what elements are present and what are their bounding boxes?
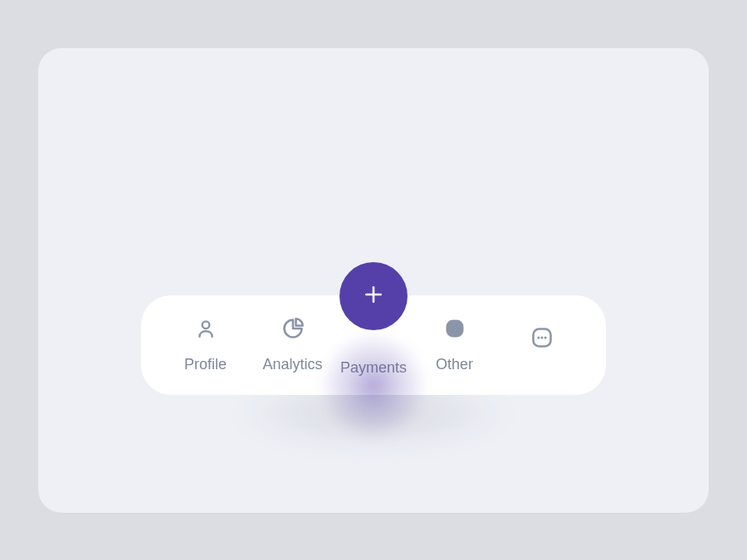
- svg-point-2: [202, 321, 209, 329]
- tab-label: Analytics: [262, 356, 322, 373]
- svg-rect-3: [446, 320, 463, 338]
- pie-chart-icon: [281, 316, 305, 341]
- tab-other[interactable]: Other: [415, 316, 494, 373]
- tab-analytics[interactable]: Analytics: [253, 316, 332, 373]
- plus-icon: [363, 284, 384, 309]
- center-gap: [340, 344, 407, 345]
- tab-more[interactable]: [502, 325, 581, 365]
- app-card: Profile Analytics: [38, 48, 709, 513]
- svg-point-5: [537, 336, 540, 338]
- add-button[interactable]: [339, 262, 408, 330]
- more-icon: [530, 325, 554, 350]
- bottom-nav: Profile Analytics: [141, 295, 606, 395]
- tab-label: Other: [436, 356, 473, 373]
- tab-label: Profile: [184, 356, 227, 373]
- user-icon: [195, 316, 217, 341]
- svg-point-7: [544, 336, 546, 338]
- tab-profile[interactable]: Profile: [166, 316, 245, 373]
- bottom-nav-container: Profile Analytics: [141, 295, 606, 395]
- svg-point-6: [540, 336, 543, 338]
- squircle-icon: [443, 316, 466, 341]
